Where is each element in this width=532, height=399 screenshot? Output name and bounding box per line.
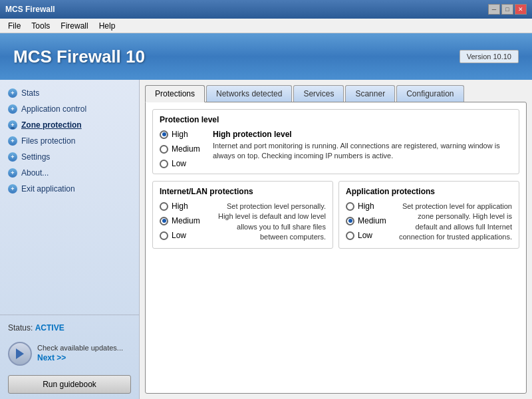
lan-radio-high[interactable]: High [160, 201, 206, 211]
update-text: Check available updates... [37, 344, 123, 352]
sidebar: + Stats + Application control + Zone pro… [0, 80, 140, 399]
radio-high-label: High [172, 130, 188, 139]
content-area: Protections Networks detected Services S… [140, 80, 532, 399]
lan-radio-low-circle [160, 231, 168, 240]
app-radio-low-circle [346, 231, 354, 240]
radio-medium-label: Medium [172, 144, 200, 154]
lan-radio-medium-circle [160, 217, 168, 225]
menu-tools[interactable]: Tools [26, 20, 55, 32]
sidebar-item-zone-protection[interactable]: + Zone protection [0, 117, 139, 133]
app-radio-low[interactable]: Low [346, 231, 392, 240]
sidebar-item-settings[interactable]: + Settings [0, 149, 139, 165]
tab-networks[interactable]: Networks detected [206, 85, 292, 102]
sidebar-item-zone-protection-label: Zone protection [21, 120, 82, 130]
radio-high-circle [160, 130, 168, 139]
sidebar-nav: + Stats + Application control + Zone pro… [0, 85, 139, 312]
title-bar: MCS Firewall ─ □ ✕ [0, 0, 532, 19]
close-button[interactable]: ✕ [515, 4, 527, 15]
app-protections-radio-group: High Medium Low [346, 201, 392, 243]
app-radio-high-circle [346, 202, 354, 211]
stats-icon: + [8, 88, 17, 98]
radio-medium[interactable]: Medium [160, 144, 206, 154]
internet-lan-desc: Set protection level personally. High le… [211, 201, 326, 243]
status-label: Status: [8, 323, 33, 332]
sidebar-item-app-control[interactable]: + Application control [0, 101, 139, 117]
lower-panels: Internet/LAN protections High Medium [152, 181, 519, 249]
sidebar-item-files-protection[interactable]: + Files protection [0, 133, 139, 149]
sidebar-item-about[interactable]: + About... [0, 165, 139, 181]
protection-level-box: Protection level High Medium [152, 109, 519, 174]
tab-configuration[interactable]: Configuration [396, 85, 464, 102]
sidebar-item-exit[interactable]: + Exit application [0, 181, 139, 197]
menu-file[interactable]: File [3, 20, 26, 32]
update-arrow-icon [16, 348, 24, 359]
update-icon [8, 342, 32, 366]
lan-radio-low[interactable]: Low [160, 231, 206, 240]
minimize-button[interactable]: ─ [488, 4, 500, 15]
files-protection-icon: + [8, 136, 17, 146]
app-protections-desc: Set protection level for application zon… [398, 201, 512, 243]
radio-low-circle [160, 160, 168, 168]
menu-bar: File Tools Firewall Help [0, 19, 532, 33]
guidebook-button[interactable]: Run guidebook [8, 375, 131, 394]
maximize-button[interactable]: □ [501, 4, 513, 15]
sidebar-item-settings-label: Settings [21, 152, 50, 162]
protection-level-title: Protection level [160, 115, 512, 124]
app-radio-medium-label: Medium [358, 216, 386, 225]
lan-radio-low-label: Low [172, 231, 186, 240]
app-control-icon: + [8, 104, 17, 114]
radio-medium-circle [160, 145, 168, 154]
tabs: Protections Networks detected Services S… [145, 85, 527, 102]
app-radio-high-label: High [358, 201, 374, 211]
zone-protection-icon: + [8, 120, 17, 130]
high-protection-text: High protection level Internet and port … [213, 130, 512, 168]
sidebar-item-app-control-label: Application control [21, 104, 86, 114]
sidebar-item-about-label: About... [21, 168, 49, 178]
protection-level-inner: High Medium Low High protection level [160, 130, 512, 168]
app-radio-medium[interactable]: Medium [346, 216, 392, 225]
app-radio-medium-circle [346, 217, 354, 225]
app-title: MCS Firewall 10 [13, 47, 145, 67]
tab-scanner[interactable]: Scanner [345, 85, 395, 102]
update-info: Check available updates... Next >> [37, 344, 123, 364]
radio-low[interactable]: Low [160, 159, 206, 168]
sidebar-divider [0, 315, 139, 315]
exit-icon: + [8, 184, 17, 194]
internet-lan-inner: High Medium Low Set protection lev [160, 201, 326, 243]
protection-level-radio-group: High Medium Low [160, 130, 206, 168]
lan-radio-high-circle [160, 202, 168, 211]
tab-services[interactable]: Services [293, 85, 344, 102]
app-radio-high[interactable]: High [346, 201, 392, 211]
sidebar-item-stats[interactable]: + Stats [0, 85, 139, 101]
status-area: Status: ACTIVE [0, 318, 139, 338]
lan-radio-high-label: High [172, 201, 188, 211]
tab-protections[interactable]: Protections [145, 85, 205, 102]
lan-radio-medium-label: Medium [172, 216, 200, 225]
app-radio-low-label: Low [358, 231, 372, 240]
sidebar-item-stats-label: Stats [21, 88, 39, 98]
about-icon: + [8, 168, 17, 178]
app-protections-inner: High Medium Low Set protection lev [346, 201, 512, 243]
next-link[interactable]: Next >> [37, 352, 123, 364]
radio-high[interactable]: High [160, 130, 206, 139]
title-bar-text: MCS Firewall [5, 5, 55, 14]
lan-radio-medium[interactable]: Medium [160, 216, 206, 225]
title-bar-controls: ─ □ ✕ [488, 4, 527, 15]
internet-lan-panel: Internet/LAN protections High Medium [152, 181, 333, 249]
app-protections-panel: Application protections High Medium [338, 181, 519, 249]
menu-help[interactable]: Help [94, 20, 121, 32]
sidebar-item-files-protection-label: Files protection [21, 136, 75, 146]
internet-lan-title: Internet/LAN protections [160, 187, 326, 196]
settings-icon: + [8, 152, 17, 162]
main-container: + Stats + Application control + Zone pro… [0, 80, 532, 399]
menu-firewall[interactable]: Firewall [55, 20, 93, 32]
tab-panel-protections: Protection level High Medium [145, 102, 527, 394]
status-value: ACTIVE [35, 323, 65, 332]
internet-lan-radio-group: High Medium Low [160, 201, 206, 243]
app-header: MCS Firewall 10 Version 10.10 [0, 33, 532, 80]
version-badge: Version 10.10 [460, 50, 519, 63]
sidebar-item-exit-label: Exit application [21, 184, 75, 194]
update-area: Check available updates... Next >> [0, 338, 139, 370]
high-protection-detail-desc: Internet and port monitoring is running.… [213, 141, 512, 162]
app-protections-title: Application protections [346, 187, 512, 196]
